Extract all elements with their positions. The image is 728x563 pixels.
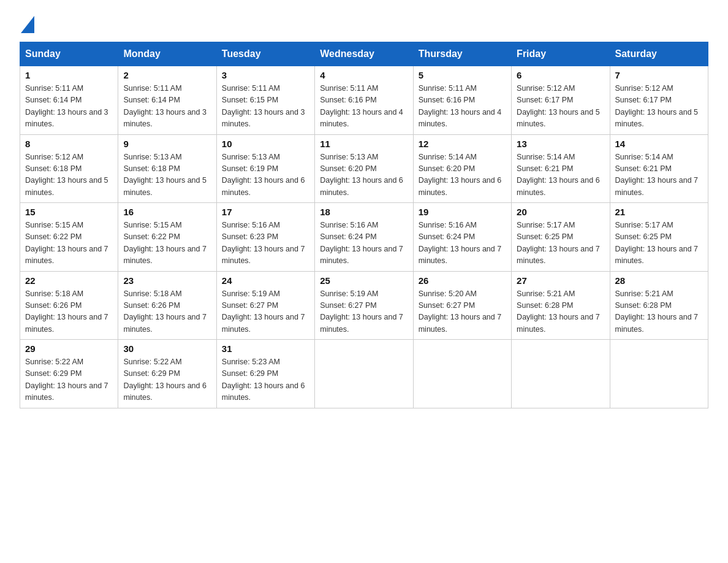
day-header-friday: Friday xyxy=(512,42,610,66)
day-number: 1 xyxy=(25,70,113,80)
calendar-day-cell: 8 Sunrise: 5:12 AMSunset: 6:18 PMDayligh… xyxy=(20,134,118,203)
calendar-day-cell: 31 Sunrise: 5:23 AMSunset: 6:29 PMDaylig… xyxy=(216,340,314,408)
day-number: 6 xyxy=(517,70,604,80)
day-header-monday: Monday xyxy=(118,42,216,66)
day-number: 27 xyxy=(517,275,604,286)
calendar-day-cell: 18 Sunrise: 5:16 AMSunset: 6:24 PMDaylig… xyxy=(315,203,413,272)
calendar-day-cell: 16 Sunrise: 5:15 AMSunset: 6:22 PMDaylig… xyxy=(118,203,216,272)
day-info: Sunrise: 5:15 AMSunset: 6:22 PMDaylight:… xyxy=(123,220,211,267)
calendar-day-cell: 30 Sunrise: 5:22 AMSunset: 6:29 PMDaylig… xyxy=(118,340,216,408)
day-number: 24 xyxy=(222,275,309,286)
calendar-week-row: 1 Sunrise: 5:11 AMSunset: 6:14 PMDayligh… xyxy=(20,66,708,135)
calendar-day-cell: 12 Sunrise: 5:14 AMSunset: 6:20 PMDaylig… xyxy=(413,134,511,203)
day-info: Sunrise: 5:11 AMSunset: 6:14 PMDaylight:… xyxy=(25,83,113,131)
day-number: 22 xyxy=(25,275,113,286)
calendar-day-cell: 24 Sunrise: 5:19 AMSunset: 6:27 PMDaylig… xyxy=(216,271,314,340)
day-info: Sunrise: 5:16 AMSunset: 6:23 PMDaylight:… xyxy=(222,220,309,267)
day-number: 23 xyxy=(123,275,211,286)
calendar-day-cell: 4 Sunrise: 5:11 AMSunset: 6:16 PMDayligh… xyxy=(315,66,413,135)
day-info: Sunrise: 5:19 AMSunset: 6:27 PMDaylight:… xyxy=(222,288,309,336)
day-info: Sunrise: 5:14 AMSunset: 6:21 PMDaylight:… xyxy=(517,151,604,199)
day-number: 17 xyxy=(222,207,309,217)
calendar-day-cell: 11 Sunrise: 5:13 AMSunset: 6:20 PMDaylig… xyxy=(315,134,413,203)
calendar-day-cell xyxy=(413,340,511,408)
day-number: 9 xyxy=(123,139,211,149)
logo xyxy=(20,15,34,29)
logo-icon xyxy=(21,16,34,33)
calendar-day-cell: 1 Sunrise: 5:11 AMSunset: 6:14 PMDayligh… xyxy=(20,66,118,135)
day-info: Sunrise: 5:12 AMSunset: 6:17 PMDaylight:… xyxy=(615,83,703,131)
day-info: Sunrise: 5:11 AMSunset: 6:16 PMDaylight:… xyxy=(320,83,408,131)
day-info: Sunrise: 5:11 AMSunset: 6:15 PMDaylight:… xyxy=(222,83,309,131)
calendar-table: SundayMondayTuesdayWednesdayThursdayFrid… xyxy=(20,42,708,408)
day-header-saturday: Saturday xyxy=(610,42,708,66)
day-info: Sunrise: 5:16 AMSunset: 6:24 PMDaylight:… xyxy=(419,220,506,267)
day-info: Sunrise: 5:19 AMSunset: 6:27 PMDaylight:… xyxy=(320,288,408,336)
day-info: Sunrise: 5:11 AMSunset: 6:16 PMDaylight:… xyxy=(419,83,506,131)
day-info: Sunrise: 5:17 AMSunset: 6:25 PMDaylight:… xyxy=(615,220,703,267)
calendar-day-cell: 25 Sunrise: 5:19 AMSunset: 6:27 PMDaylig… xyxy=(315,271,413,340)
day-number: 14 xyxy=(615,139,703,149)
day-info: Sunrise: 5:23 AMSunset: 6:29 PMDaylight:… xyxy=(222,356,309,404)
day-info: Sunrise: 5:13 AMSunset: 6:20 PMDaylight:… xyxy=(320,151,408,199)
calendar-day-cell: 28 Sunrise: 5:21 AMSunset: 6:28 PMDaylig… xyxy=(610,271,708,340)
day-header-thursday: Thursday xyxy=(413,42,511,66)
calendar-day-cell: 22 Sunrise: 5:18 AMSunset: 6:26 PMDaylig… xyxy=(20,271,118,340)
calendar-week-row: 15 Sunrise: 5:15 AMSunset: 6:22 PMDaylig… xyxy=(20,203,708,272)
calendar-week-row: 8 Sunrise: 5:12 AMSunset: 6:18 PMDayligh… xyxy=(20,134,708,203)
calendar-day-cell: 7 Sunrise: 5:12 AMSunset: 6:17 PMDayligh… xyxy=(610,66,708,135)
calendar-day-cell: 20 Sunrise: 5:17 AMSunset: 6:25 PMDaylig… xyxy=(512,203,610,272)
calendar-header-row: SundayMondayTuesdayWednesdayThursdayFrid… xyxy=(20,42,708,66)
calendar-day-cell: 27 Sunrise: 5:21 AMSunset: 6:28 PMDaylig… xyxy=(512,271,610,340)
day-number: 31 xyxy=(222,343,309,354)
calendar-day-cell: 9 Sunrise: 5:13 AMSunset: 6:18 PMDayligh… xyxy=(118,134,216,203)
calendar-day-cell: 3 Sunrise: 5:11 AMSunset: 6:15 PMDayligh… xyxy=(216,66,314,135)
calendar-day-cell: 10 Sunrise: 5:13 AMSunset: 6:19 PMDaylig… xyxy=(216,134,314,203)
day-number: 5 xyxy=(419,70,506,80)
calendar-week-row: 29 Sunrise: 5:22 AMSunset: 6:29 PMDaylig… xyxy=(20,340,708,408)
day-number: 28 xyxy=(615,275,703,286)
day-info: Sunrise: 5:16 AMSunset: 6:24 PMDaylight:… xyxy=(320,220,408,267)
calendar-day-cell: 17 Sunrise: 5:16 AMSunset: 6:23 PMDaylig… xyxy=(216,203,314,272)
day-number: 8 xyxy=(25,139,113,149)
day-header-wednesday: Wednesday xyxy=(315,42,413,66)
day-info: Sunrise: 5:20 AMSunset: 6:27 PMDaylight:… xyxy=(419,288,506,336)
day-info: Sunrise: 5:12 AMSunset: 6:17 PMDaylight:… xyxy=(517,83,604,131)
day-number: 29 xyxy=(25,343,113,354)
day-number: 11 xyxy=(320,139,408,149)
day-info: Sunrise: 5:14 AMSunset: 6:21 PMDaylight:… xyxy=(615,151,703,199)
day-number: 13 xyxy=(517,139,604,149)
calendar-day-cell: 6 Sunrise: 5:12 AMSunset: 6:17 PMDayligh… xyxy=(512,66,610,135)
day-number: 19 xyxy=(419,207,506,217)
calendar-day-cell xyxy=(610,340,708,408)
calendar-day-cell: 29 Sunrise: 5:22 AMSunset: 6:29 PMDaylig… xyxy=(20,340,118,408)
day-info: Sunrise: 5:21 AMSunset: 6:28 PMDaylight:… xyxy=(517,288,604,336)
calendar-day-cell: 21 Sunrise: 5:17 AMSunset: 6:25 PMDaylig… xyxy=(610,203,708,272)
day-number: 30 xyxy=(123,343,211,354)
day-info: Sunrise: 5:21 AMSunset: 6:28 PMDaylight:… xyxy=(615,288,703,336)
day-header-sunday: Sunday xyxy=(20,42,118,66)
day-info: Sunrise: 5:12 AMSunset: 6:18 PMDaylight:… xyxy=(25,151,113,199)
day-info: Sunrise: 5:22 AMSunset: 6:29 PMDaylight:… xyxy=(25,356,113,404)
day-info: Sunrise: 5:18 AMSunset: 6:26 PMDaylight:… xyxy=(123,288,211,336)
day-number: 4 xyxy=(320,70,408,80)
calendar-day-cell: 14 Sunrise: 5:14 AMSunset: 6:21 PMDaylig… xyxy=(610,134,708,203)
calendar-day-cell: 26 Sunrise: 5:20 AMSunset: 6:27 PMDaylig… xyxy=(413,271,511,340)
day-number: 12 xyxy=(419,139,506,149)
day-info: Sunrise: 5:13 AMSunset: 6:18 PMDaylight:… xyxy=(123,151,211,199)
day-info: Sunrise: 5:18 AMSunset: 6:26 PMDaylight:… xyxy=(25,288,113,336)
day-number: 18 xyxy=(320,207,408,217)
day-header-tuesday: Tuesday xyxy=(216,42,314,66)
day-number: 26 xyxy=(419,275,506,286)
calendar-day-cell: 2 Sunrise: 5:11 AMSunset: 6:14 PMDayligh… xyxy=(118,66,216,135)
calendar-day-cell: 19 Sunrise: 5:16 AMSunset: 6:24 PMDaylig… xyxy=(413,203,511,272)
calendar-day-cell xyxy=(315,340,413,408)
day-info: Sunrise: 5:22 AMSunset: 6:29 PMDaylight:… xyxy=(123,356,211,404)
calendar-day-cell: 23 Sunrise: 5:18 AMSunset: 6:26 PMDaylig… xyxy=(118,271,216,340)
day-number: 21 xyxy=(615,207,703,217)
day-number: 15 xyxy=(25,207,113,217)
day-number: 20 xyxy=(517,207,604,217)
day-number: 25 xyxy=(320,275,408,286)
calendar-day-cell: 13 Sunrise: 5:14 AMSunset: 6:21 PMDaylig… xyxy=(512,134,610,203)
calendar-day-cell xyxy=(512,340,610,408)
